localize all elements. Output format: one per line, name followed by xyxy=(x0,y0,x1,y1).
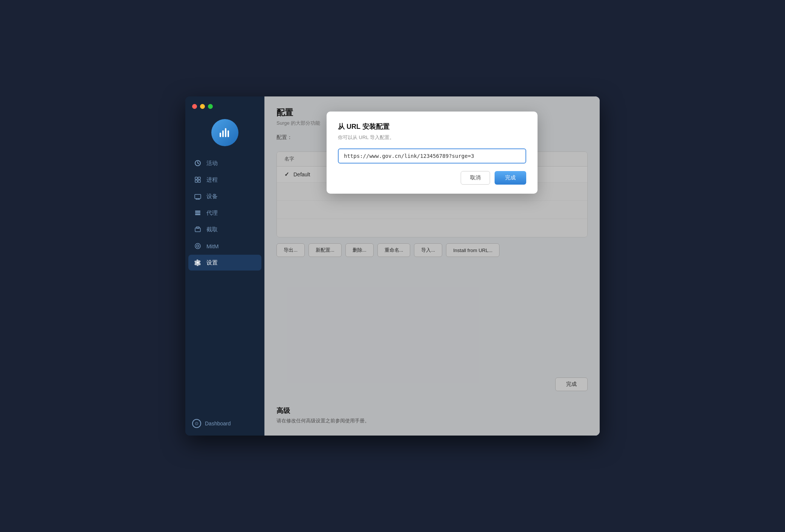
modal-buttons: 取消 完成 xyxy=(338,171,526,185)
modal-cancel-button[interactable]: 取消 xyxy=(461,171,490,185)
logo-icon xyxy=(218,125,232,141)
svg-point-15 xyxy=(195,243,200,249)
dashboard-label: Dashboard xyxy=(205,420,231,427)
sidebar-item-mitm[interactable]: MitM xyxy=(188,238,261,254)
activity-icon xyxy=(194,159,202,167)
sidebar-item-device[interactable]: 设备 xyxy=(188,188,261,204)
sidebar: 活动 进程 xyxy=(185,96,264,436)
sidebar-item-label-mitm: MitM xyxy=(206,243,219,249)
svg-rect-0 xyxy=(220,133,221,137)
svg-rect-6 xyxy=(198,177,200,179)
modal-confirm-button[interactable]: 完成 xyxy=(495,171,526,185)
install-url-modal: 从 URL 安装配置 你可以从 URL 导入配置。 取消 完成 xyxy=(327,112,538,194)
app-logo xyxy=(211,119,238,146)
modal-title: 从 URL 安装配置 xyxy=(338,122,526,131)
dashboard-icon: ⊙ xyxy=(192,419,201,428)
svg-rect-2 xyxy=(225,128,226,137)
settings-icon xyxy=(194,258,202,267)
svg-rect-8 xyxy=(198,180,200,182)
svg-point-16 xyxy=(197,245,199,247)
modal-subtitle: 你可以从 URL 导入配置。 xyxy=(338,134,526,141)
titlebar xyxy=(185,96,264,116)
device-icon xyxy=(194,192,202,200)
main-content: 配置 Surge 的大部分功能 配置： 名字 描述 ✓ Default xyxy=(264,96,600,436)
sidebar-item-settings[interactable]: 设置 xyxy=(188,255,261,271)
url-input[interactable] xyxy=(338,148,526,164)
process-icon xyxy=(194,176,202,184)
svg-rect-12 xyxy=(195,214,200,215)
svg-rect-5 xyxy=(195,177,197,179)
sidebar-item-activity[interactable]: 活动 xyxy=(188,155,261,171)
svg-rect-11 xyxy=(195,212,200,214)
sidebar-item-label-activity: 活动 xyxy=(206,160,218,167)
logo-area xyxy=(185,119,264,146)
svg-rect-14 xyxy=(196,227,199,228)
svg-rect-7 xyxy=(195,180,197,182)
capture-icon xyxy=(194,225,202,234)
sidebar-item-label-device: 设备 xyxy=(206,193,218,200)
sidebar-item-label-process: 进程 xyxy=(206,176,218,183)
minimize-button[interactable] xyxy=(200,104,205,109)
modal-overlay: 从 URL 安装配置 你可以从 URL 导入配置。 取消 完成 xyxy=(264,96,600,436)
sidebar-item-process[interactable]: 进程 xyxy=(188,172,261,188)
sidebar-item-label-proxy: 代理 xyxy=(206,209,218,217)
mitm-icon xyxy=(194,242,202,250)
svg-rect-9 xyxy=(195,194,201,199)
app-window: 活动 进程 xyxy=(185,96,600,436)
svg-rect-3 xyxy=(228,130,229,137)
close-button[interactable] xyxy=(192,104,197,109)
sidebar-item-capture[interactable]: 截取 xyxy=(188,222,261,237)
sidebar-item-proxy[interactable]: 代理 xyxy=(188,205,261,221)
maximize-button[interactable] xyxy=(208,104,213,109)
dashboard-link[interactable]: ⊙ Dashboard xyxy=(185,419,264,428)
sidebar-item-label-settings: 设置 xyxy=(206,259,218,266)
sidebar-item-label-capture: 截取 xyxy=(206,226,218,233)
sidebar-nav: 活动 进程 xyxy=(185,155,264,271)
svg-rect-1 xyxy=(222,130,224,137)
svg-rect-10 xyxy=(195,211,200,212)
proxy-icon xyxy=(194,209,202,217)
